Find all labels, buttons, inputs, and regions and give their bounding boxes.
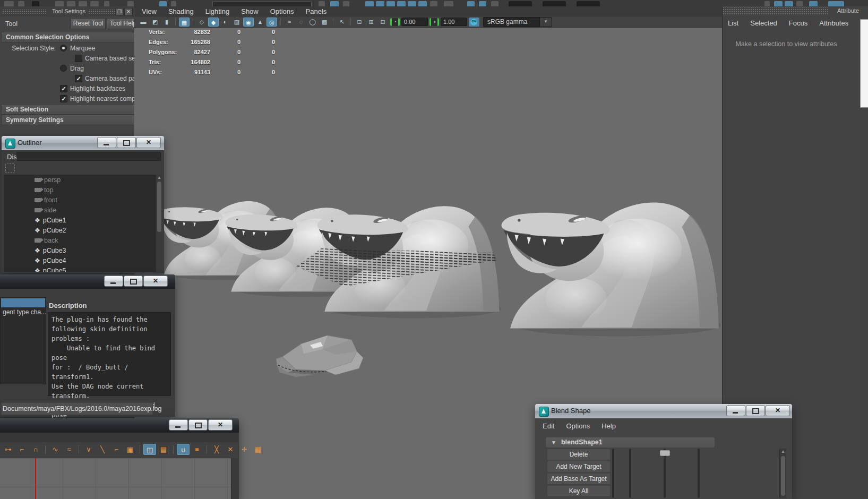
break-tangents-icon[interactable]: ╳: [210, 444, 223, 455]
isolate-add-icon[interactable]: ⊞: [366, 18, 376, 27]
menu-selected[interactable]: Selected: [750, 19, 777, 27]
section-soft-selection[interactable]: Soft Selection: [1, 104, 137, 115]
status-line-icon[interactable]: [376, 1, 384, 6]
status-line-icon[interactable]: [764, 1, 770, 6]
blend-shape-scrollbar[interactable]: ▲: [779, 449, 786, 498]
tool-settings-drag-handle[interactable]: Tool Settings ❐ ✕: [0, 6, 134, 17]
minimize-icon[interactable]: [104, 276, 123, 287]
current-time-indicator[interactable]: [35, 458, 36, 499]
maximize-icon[interactable]: [188, 419, 208, 431]
status-line-icon[interactable]: [386, 1, 395, 6]
menu-lighting[interactable]: Lighting: [205, 7, 230, 15]
menu-attributes[interactable]: Attributes: [819, 19, 848, 27]
outliner-item-persp[interactable]: persp: [4, 175, 157, 185]
status-line-icon[interactable]: [543, 1, 566, 6]
radio-drag[interactable]: [60, 65, 67, 72]
status-line-icon[interactable]: [55, 1, 64, 6]
status-line-icon[interactable]: [397, 1, 406, 6]
isolate-select-icon[interactable]: ⊡: [354, 18, 365, 27]
status-line-icon[interactable]: [4, 1, 14, 6]
outliner-search-input[interactable]: [16, 152, 161, 161]
attribute-editor-drag-handle[interactable]: [723, 7, 829, 15]
status-line-icon[interactable]: [343, 1, 349, 6]
graph-panel-icon[interactable]: ◫: [143, 444, 156, 455]
status-line-icon[interactable]: [408, 1, 416, 6]
status-line-icon[interactable]: [430, 1, 437, 6]
checkbox-camera-based-paint-s[interactable]: ✓: [75, 75, 82, 82]
checkbox-highlight-nearest-compo[interactable]: ✓: [60, 95, 67, 102]
menu-panels[interactable]: Panels: [306, 7, 327, 15]
status-line-icon[interactable]: [509, 1, 532, 6]
bookmark-icon[interactable]: ▮: [161, 18, 172, 27]
add-base-as-target-button[interactable]: Add Base As Target: [547, 473, 611, 485]
status-line-icon[interactable]: [418, 1, 427, 6]
status-line-icon[interactable]: [796, 1, 803, 6]
section-symmetry-settings[interactable]: Symmetry Settings: [1, 115, 137, 125]
status-line-icon[interactable]: [319, 1, 325, 6]
step-tangent-icon[interactable]: ⌐: [110, 444, 123, 455]
grid-icon[interactable]: ▦: [179, 18, 190, 27]
chevron-down-icon[interactable]: ▼: [539, 18, 552, 27]
status-line-icon[interactable]: [159, 1, 167, 6]
graph-editor-titlebar[interactable]: ✕: [0, 418, 239, 433]
outliner-item-pCube3[interactable]: ❖pCube3: [4, 245, 157, 255]
selected-list-item[interactable]: [1, 298, 45, 307]
graph-editor-canvas[interactable]: [0, 458, 236, 499]
outliner-item-front[interactable]: front: [4, 195, 157, 205]
close-icon[interactable]: ✕: [143, 276, 168, 287]
status-line-icon[interactable]: [785, 1, 793, 6]
textured-icon[interactable]: ▨: [231, 18, 242, 27]
section-common-selection-options[interactable]: Common Selection Options: [1, 32, 137, 42]
snap-buffer-icon[interactable]: ∩: [29, 444, 42, 455]
reset-tool-button[interactable]: Reset Tool: [71, 18, 106, 29]
status-line-icon[interactable]: [809, 1, 818, 6]
delete-button[interactable]: Delete: [547, 449, 611, 460]
use-all-lights-icon[interactable]: ◉: [243, 18, 254, 27]
gamma-icon[interactable]: ◑: [429, 18, 439, 26]
wireframe-icon[interactable]: ◇: [196, 18, 207, 27]
log-category-list[interactable]: gent type cha...: [0, 297, 46, 384]
menu-options[interactable]: Options: [270, 7, 294, 15]
color-mgmt-dropdown[interactable]: sRGB gamma ▼: [483, 17, 552, 27]
outliner-item-pCube1[interactable]: ❖pCube1: [4, 215, 157, 225]
filter-icon[interactable]: [5, 164, 15, 173]
status-line-icon[interactable]: [828, 1, 844, 6]
menu-list[interactable]: List: [728, 19, 738, 27]
blend-weight-slider[interactable]: [698, 449, 700, 498]
status-line-icon[interactable]: [171, 1, 176, 6]
blend-weight-slider[interactable]: [612, 449, 614, 498]
select-tool-icon[interactable]: ↖: [337, 18, 347, 27]
close-icon[interactable]: ✕: [208, 419, 233, 431]
float-panel-icon[interactable]: ❐: [115, 8, 124, 16]
smooth-curve-icon[interactable]: ∿: [49, 444, 62, 455]
status-line-icon[interactable]: [444, 1, 453, 6]
blend-weight-slider[interactable]: [629, 449, 631, 498]
menu-shading[interactable]: Shading: [168, 7, 194, 15]
list-item[interactable]: gent type cha...: [3, 308, 46, 316]
menu-view[interactable]: View: [142, 7, 157, 15]
buffer-curve-icon[interactable]: ⊶: [2, 444, 14, 455]
retime-icon[interactable]: ▦: [252, 444, 264, 455]
outliner-item-pCube2[interactable]: ❖pCube2: [4, 225, 157, 235]
gamma-field[interactable]: 1.00: [441, 18, 467, 26]
menu-help[interactable]: Help: [601, 422, 616, 430]
bake-curve-icon[interactable]: ≈: [63, 444, 75, 455]
close-panel-icon[interactable]: ✕: [124, 8, 133, 16]
camera-attributes-icon[interactable]: ◩: [150, 18, 160, 27]
plugin-log-titlebar[interactable]: ✕: [0, 274, 175, 289]
dope-sheet-icon[interactable]: ▤: [157, 444, 170, 455]
graph-editor-scrollbar[interactable]: [231, 458, 238, 499]
isolate-remove-icon[interactable]: ⊟: [377, 18, 388, 27]
unify-tangents-icon[interactable]: ✕: [224, 444, 237, 455]
shadows-icon[interactable]: ▲: [255, 18, 265, 27]
blend-shape-titlebar[interactable]: Blend Shape ✕: [535, 404, 792, 418]
outliner-item-pCube5[interactable]: ❖pCube5: [4, 265, 157, 272]
add-new-target-button[interactable]: Add New Target: [547, 461, 611, 472]
status-line-icon[interactable]: [32, 1, 39, 6]
fog-icon[interactable]: ≈: [284, 18, 295, 27]
menu-edit[interactable]: Edit: [543, 422, 554, 430]
status-line-icon[interactable]: [104, 1, 109, 6]
status-line-icon[interactable]: [467, 1, 475, 6]
lock-tangent-icon[interactable]: ▣: [124, 444, 136, 455]
depth-of-field-icon[interactable]: ◯: [307, 18, 318, 27]
